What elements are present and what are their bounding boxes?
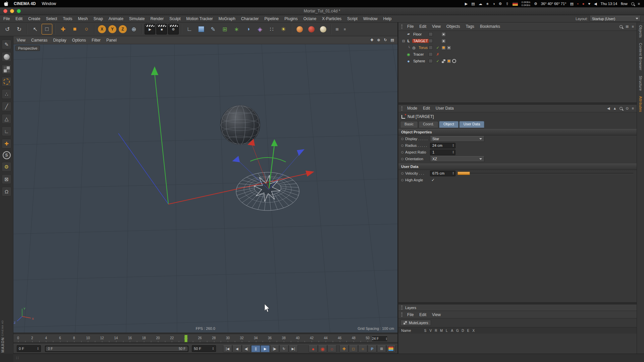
panel-grip[interactable] <box>401 106 402 111</box>
app-menu-item-render[interactable]: Render <box>151 16 164 21</box>
play-backwards-button[interactable]: ◀ <box>232 345 241 352</box>
y-axis-lock-toggle[interactable]: Y <box>108 25 116 33</box>
render-to-picture-viewer-button[interactable]: ■ <box>156 24 167 35</box>
autokeying-toggle[interactable]: ◉ <box>318 345 327 352</box>
enable-axis-toggle[interactable]: ✚ <box>2 139 11 148</box>
orientation-dropdown[interactable]: XZ <box>430 156 484 162</box>
workplane-mode-button[interactable]: ∟ <box>2 126 11 136</box>
close-window-button[interactable] <box>3 9 7 13</box>
am-up-icon[interactable]: ▲ <box>613 106 616 110</box>
layer-column-m[interactable]: M <box>440 329 443 333</box>
target-expression-tag[interactable] <box>441 39 446 43</box>
layer-column-e[interactable]: E <box>467 329 470 333</box>
spinner-arrows-icon[interactable] <box>452 172 454 175</box>
layer-chip[interactable] <box>429 39 433 43</box>
window-titlebar[interactable]: Mortar_Tut_01.c4d * <box>0 7 644 15</box>
spotlight-search-icon[interactable] <box>631 2 634 5</box>
spline-pen-button[interactable]: ✎ <box>208 24 218 35</box>
om-menu-item-edit[interactable]: Edit <box>419 24 426 29</box>
radius-spinner[interactable]: 24 cm <box>430 143 455 148</box>
om-panel-icon[interactable]: ⊞ <box>626 24 629 29</box>
app-menu-item-tools[interactable]: Tools <box>63 16 72 21</box>
keyframe-dot-icon[interactable] <box>401 151 404 154</box>
current-frame-field[interactable]: 24 F <box>372 336 388 342</box>
record-rotation-toggle[interactable]: ○ <box>358 345 367 352</box>
object-row-floor[interactable]: ■ Floor <box>398 31 637 38</box>
side-tab-objects[interactable]: Objects <box>639 25 642 38</box>
apple-menu[interactable] <box>4 1 8 6</box>
am-menu-item-mode[interactable]: Mode <box>407 106 417 111</box>
model-mode-button[interactable] <box>2 52 11 62</box>
layer-column-l[interactable]: L <box>445 329 448 333</box>
app-menu-item-window[interactable]: Window <box>363 16 378 21</box>
viewport-canvas[interactable]: YXZ Perspective FPS : 260.0 Grid Spacing… <box>13 44 397 333</box>
object-name[interactable]: Sphere <box>412 59 426 63</box>
range-end-spinner[interactable]: 50 F <box>192 345 216 352</box>
loop-playback-button[interactable]: ↻ <box>279 345 288 352</box>
deformer-button[interactable]: ◈ <box>255 24 265 35</box>
object-name-selected[interactable]: TARGET <box>412 39 429 43</box>
object-name[interactable]: Floor <box>412 32 423 36</box>
x-axis-lock-toggle[interactable]: X <box>98 25 106 33</box>
previous-frame-button[interactable]: ◀| <box>242 345 251 352</box>
minimize-window-button[interactable] <box>10 9 14 13</box>
layer-chip[interactable] <box>429 52 433 56</box>
display-icon[interactable]: ▤ <box>471 2 475 6</box>
compositing-tag[interactable] <box>441 32 446 37</box>
mograph-cloner-button[interactable]: ⊞ <box>219 24 230 35</box>
object-row-torus[interactable]: ╰ ◎ Torus ✓ <box>398 44 637 51</box>
record-keyframe-button[interactable]: ● <box>309 345 318 352</box>
layer-chip[interactable] <box>429 32 433 36</box>
viewport-menu-item-view[interactable]: View <box>17 38 25 43</box>
velocity-slider-fill[interactable] <box>458 172 470 175</box>
section-object-properties[interactable]: Object Properties <box>398 129 637 135</box>
edges-mode-button[interactable]: ╱ <box>2 102 11 111</box>
rectangle-selection-tool[interactable]: □ <box>42 24 52 35</box>
aspect-ratio-spinner[interactable]: 1 <box>430 149 455 155</box>
record-pla-toggle[interactable]: ⊞ <box>377 345 386 352</box>
range-start-spinner[interactable]: 0 F <box>17 345 41 352</box>
layer-column-a[interactable]: A <box>450 329 453 333</box>
am-menu-icon[interactable]: ≡ <box>632 106 634 110</box>
layers-menu-item-edit[interactable]: Edit <box>419 312 426 317</box>
null-object-button[interactable]: ∟ <box>184 24 195 35</box>
simulation-button[interactable]: ◑ <box>243 24 254 35</box>
grid-status-icon[interactable]: ▤ <box>570 2 574 6</box>
control-center-icon[interactable]: ≡ <box>638 2 640 6</box>
layer-chip[interactable] <box>429 46 433 50</box>
app-menu-item-motion-tracker[interactable]: Motion Tracker <box>186 16 213 21</box>
am-focus-icon[interactable]: ⊙ <box>626 106 629 111</box>
object-row-sphere[interactable]: ● Sphere ✓ <box>398 58 637 64</box>
add-cube-button[interactable] <box>196 24 207 35</box>
om-menu-item-objects[interactable]: Objects <box>446 24 460 29</box>
convert-editable-button[interactable]: ✎ <box>2 40 11 49</box>
octane-ball-button[interactable] <box>306 24 317 35</box>
sphere-object[interactable] <box>220 105 260 145</box>
viewport-solo-toggle[interactable]: S <box>3 151 11 159</box>
velocity-slider[interactable] <box>458 171 633 175</box>
texture-tag[interactable] <box>441 59 446 63</box>
object-name[interactable]: Tracer <box>412 52 425 56</box>
flag-status-icon[interactable]: ▪ <box>577 2 579 6</box>
tab-user-data[interactable]: User Data <box>459 121 485 128</box>
menubar-clock[interactable]: Thu 13:14 <box>600 2 617 6</box>
phong-tag[interactable] <box>447 59 451 63</box>
move-tool[interactable]: ✚ <box>58 24 68 35</box>
snowflake-icon[interactable]: ∗ <box>486 2 489 6</box>
keyframe-dot-icon[interactable] <box>401 158 404 160</box>
layout-dropdown[interactable]: Startup (User) <box>590 16 641 21</box>
object-row-target[interactable]: ⊟ L TARGET <box>398 38 637 44</box>
app-menu-item-snap[interactable]: Snap <box>94 16 103 21</box>
viewport-menu-item-options[interactable]: Options <box>72 38 86 43</box>
app-menu-item-file[interactable]: File <box>3 16 10 21</box>
side-tab-structure[interactable]: Structure <box>639 76 642 91</box>
spinner-arrows-icon[interactable] <box>212 347 214 350</box>
z-axis-lock-toggle[interactable]: Z <box>119 25 127 33</box>
spinner-arrows-icon[interactable] <box>386 337 387 341</box>
keyboard-layout-flag-icon[interactable] <box>513 2 518 6</box>
zoom-view-icon[interactable]: ⊕ <box>377 38 380 42</box>
app-menu-item-animate[interactable]: Animate <box>109 16 123 21</box>
redo-button[interactable]: ↻ <box>14 24 24 35</box>
app-menu-item-character[interactable]: Character <box>241 16 259 21</box>
goto-start-button[interactable]: |◀ <box>223 345 232 352</box>
